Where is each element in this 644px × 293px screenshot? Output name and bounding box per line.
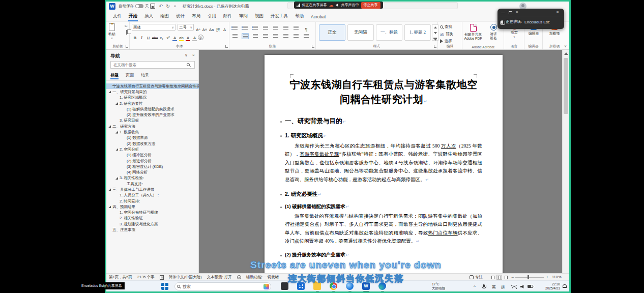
ribbon-tab-3[interactable]: 插入 <box>141 12 157 21</box>
format-tool-icon-6[interactable]: x² <box>165 35 171 41</box>
format-tool-icon-1[interactable]: B <box>132 35 138 41</box>
weather-widget[interactable]: 17°C 大部晴朗 <box>432 282 445 290</box>
ribbon-tab-6[interactable]: 布局 <box>188 12 204 21</box>
document-title[interactable]: 研究计划v1.docx - 已保存到这台电脑 <box>183 4 249 9</box>
format-tool-icon-3[interactable]: U <box>145 35 152 41</box>
proofing-icon[interactable] <box>160 275 164 280</box>
nav-item-4[interactable]: 2. 研究必要性 <box>106 101 199 106</box>
increase-indent-icon[interactable] <box>272 25 279 31</box>
nav-item-1[interactable]: 宁波东钱湖自行车租赁点与游客集散地空间耦合性研究计划 <box>106 83 199 89</box>
ribbon-tab-5[interactable]: 设计 <box>172 12 188 21</box>
tray-expand-icon[interactable]: ^ <box>474 284 476 289</box>
focus-label[interactable]: 专注 <box>475 275 483 280</box>
ime-language[interactable]: 英 <box>492 284 496 290</box>
taskbar-app-browser[interactable] <box>344 282 356 291</box>
word-count[interactable]: 2135 个字 <box>137 275 155 280</box>
font-tool-icon-4[interactable]: 拼 <box>215 27 221 33</box>
nav-tab-1[interactable]: 标题 <box>110 72 119 79</box>
overlay-minimize-icon[interactable]: — <box>501 10 505 15</box>
find-button[interactable]: 查找 <box>440 24 452 30</box>
web-layout-button[interactable] <box>503 275 509 280</box>
format-tool-icon-7[interactable]: A <box>171 35 178 41</box>
styles-dialog-launcher[interactable] <box>434 45 436 48</box>
nav-item-19[interactable]: 三、具体分工与工作进展 <box>106 187 199 192</box>
save-icon[interactable] <box>150 4 155 9</box>
overlay-list-icon[interactable]: ≡ <box>516 10 518 15</box>
redo-icon[interactable]: ↻ <box>164 3 171 10</box>
justify-icon[interactable] <box>262 33 269 39</box>
align-right-icon[interactable] <box>252 33 259 39</box>
nav-item-17[interactable]: 3. 相关性检验: <box>106 175 199 181</box>
nav-item-23[interactable]: 1. 空间分布特征与规律 <box>106 210 199 216</box>
nav-item-2[interactable]: 一、研究背景与目的 <box>106 89 199 95</box>
format-tool-icon-11[interactable]: 字 <box>198 35 203 40</box>
taskbar-app-widget[interactable] <box>279 282 290 291</box>
paste-dropdown-icon[interactable]: ∨ <box>111 36 113 40</box>
font-tool-icon-3[interactable]: Aa <box>208 27 215 33</box>
style-chip-3[interactable]: 一、标题 <box>376 24 402 41</box>
format-tool-icon-8[interactable]: ab <box>178 35 185 41</box>
undo-icon[interactable]: ↶ <box>157 3 164 10</box>
taskbar-app-explorer[interactable] <box>312 282 323 291</box>
accessibility-status[interactable]: 辅助功能: 一切就绪 <box>246 275 279 280</box>
gallery-up-icon[interactable] <box>434 26 437 28</box>
clipboard-dialog-launcher[interactable] <box>126 45 128 48</box>
nav-item-22[interactable]: 四、预期结果 <box>106 204 199 210</box>
start-button[interactable] <box>161 283 168 290</box>
quick-access-dropdown-icon[interactable]: ∨ <box>171 3 179 10</box>
line-spacing-icon[interactable] <box>282 33 289 39</box>
language-indicator[interactable]: 简体中文(中国大陆) <box>169 275 202 280</box>
nav-item-14[interactable]: (2) 最近邻分析 <box>106 158 199 164</box>
nav-item-15[interactable]: (3) 核密度估计 (KDE) <box>106 164 199 169</box>
ribbon-tab-7[interactable]: 引用 <box>204 12 220 21</box>
select-button[interactable]: 选择 <box>440 39 452 44</box>
bullet-list-icon[interactable] <box>231 25 239 31</box>
style-chip-4[interactable]: 1. 标题 2 <box>404 24 431 41</box>
nav-item-24[interactable]: 2. 相关性验证 <box>106 216 199 221</box>
ribbon-tab-4[interactable]: 绘图 <box>157 12 172 21</box>
wifi-icon[interactable] <box>511 285 517 289</box>
search-highlight-icon[interactable] <box>264 284 269 289</box>
gallery-more-icon[interactable] <box>433 38 437 39</box>
ribbon-tab-1[interactable]: 文件 <box>109 12 125 21</box>
style-chip-1[interactable]: 正文 <box>319 24 345 41</box>
volume-icon[interactable] <box>520 285 525 288</box>
nav-search-icon[interactable] <box>187 63 190 66</box>
ribbon-tab-11[interactable]: 开发工具 <box>267 12 291 21</box>
distribute-icon[interactable] <box>272 33 279 39</box>
nav-item-18[interactable]: 工具支持: <box>106 181 199 187</box>
font-tool-icon-5[interactable]: A <box>221 27 228 33</box>
taskbar-search[interactable]: 搜索 <box>174 282 271 290</box>
nav-search-input[interactable] <box>110 61 195 69</box>
document-canvas[interactable]: 宁波东钱湖自行车租赁点与游客集散地空间耦合性研究计划↵一、研究背景与目的↵1. … <box>199 50 569 273</box>
nav-tab-2[interactable]: 页面 <box>126 72 134 79</box>
tray-microphone-icon[interactable] <box>483 284 485 287</box>
nav-item-6[interactable]: (2) 提升服务效率的产业需求 <box>106 112 199 118</box>
autosave-control[interactable]: 自动保存 关 <box>119 4 149 9</box>
font-dialog-launcher[interactable] <box>225 45 228 48</box>
nav-collapse-icon[interactable]: ∨ <box>185 53 188 57</box>
nav-item-11[interactable]: (2) 数据收集方法 <box>106 141 199 146</box>
nav-item-3[interactable]: 1. 研究区域概况 <box>106 95 199 101</box>
nav-item-13[interactable]: (1) 缓冲区分析 <box>106 153 199 158</box>
nav-item-10[interactable]: (1) 数据来源 <box>106 135 199 141</box>
style-chip-2[interactable]: 无间隔 <box>347 24 374 41</box>
scroll-up-icon[interactable] <box>564 52 568 55</box>
text-prediction[interactable]: 文本预测: 打开 <box>207 275 232 280</box>
meeting-voice-overlay[interactable]: — ≡ ≡ 正在讲话: Enceladus Est: <box>497 9 564 29</box>
format-tool-icon-2[interactable]: I <box>138 35 145 41</box>
nav-tab-3[interactable]: 结果 <box>141 72 149 79</box>
doc-content[interactable]: 宁波东钱湖自行车租赁点与游客集散地空间耦合性研究计划↵一、研究背景与目的↵1. … <box>285 77 482 258</box>
collapse-ribbon-icon[interactable]: ∨ <box>564 44 567 48</box>
taskbar-app-apps[interactable] <box>296 282 307 291</box>
nav-item-5[interactable]: (1) 破解供需错配的实践需求 <box>106 106 199 112</box>
format-tool-icon-9[interactable]: A <box>185 35 191 41</box>
sort-icon[interactable] <box>292 25 300 31</box>
ribbon-tab-13[interactable]: Acrobat <box>307 13 329 21</box>
nav-item-20[interactable]: 1. 人员分工（共5人）： <box>106 193 199 198</box>
zoom-slider-thumb[interactable] <box>528 275 529 279</box>
paragraph-dialog-launcher[interactable] <box>312 45 314 48</box>
ribbon-tab-9[interactable]: 审阅 <box>236 12 251 21</box>
clock[interactable]: 22:30 2025/4/23 <box>535 282 560 290</box>
copy-icon[interactable] <box>126 30 127 35</box>
